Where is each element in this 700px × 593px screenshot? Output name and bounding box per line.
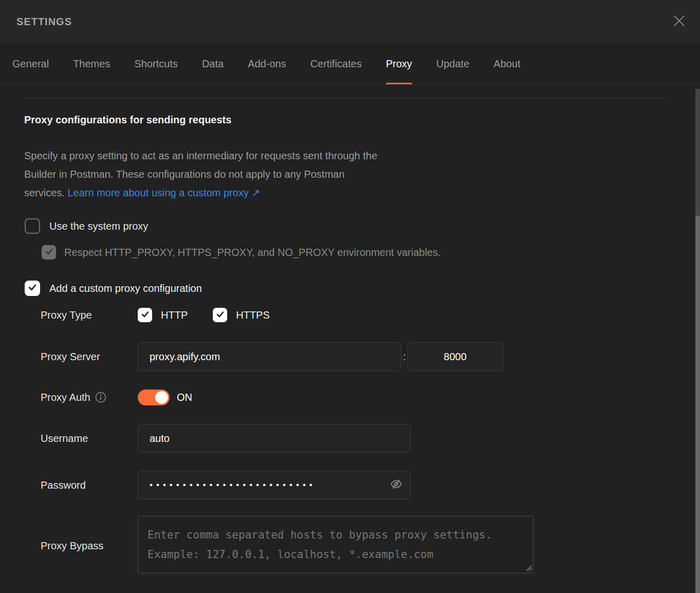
section-description: Specify a proxy setting to act as an int… — [24, 146, 700, 202]
proxy-auth-toggle[interactable] — [138, 390, 170, 405]
proxy-auth-label: Proxy Auth — [41, 392, 90, 403]
resize-handle-icon[interactable] — [525, 564, 532, 573]
respect-env-label: Respect HTTP_PROXY, HTTPS_PROXY, and NO_… — [64, 247, 441, 258]
description-line-3-prefix: services. — [24, 187, 65, 198]
toggle-knob — [155, 391, 168, 404]
tab-proxy[interactable]: Proxy — [386, 43, 412, 84]
description-line-3: services. Learn more about using a custo… — [24, 183, 700, 202]
proxy-server-label: Proxy Server — [24, 351, 138, 363]
http-checkbox[interactable] — [138, 308, 152, 322]
learn-more-link[interactable]: Learn more about using a custom proxy ↗ — [67, 187, 260, 198]
system-proxy-checkbox[interactable] — [25, 218, 40, 234]
checkmark-icon — [141, 310, 150, 321]
settings-tabbar: General Themes Shortcuts Data Add-ons Ce… — [0, 43, 700, 85]
proxy-type-http-option: HTTP — [138, 308, 188, 322]
password-label: Password — [24, 479, 138, 491]
respect-env-checkbox — [42, 245, 56, 260]
http-label: HTTP — [161, 309, 188, 321]
close-icon — [673, 15, 685, 29]
scrollbar-thumb[interactable] — [695, 216, 700, 593]
proxy-bypass-label: Proxy Bypass — [24, 540, 138, 552]
proxy-type-label: Proxy Type — [24, 309, 138, 321]
tab-update[interactable]: Update — [436, 43, 470, 84]
toggle-state-label: ON — [177, 392, 192, 403]
respect-env-row: Respect HTTP_PROXY, HTTPS_PROXY, and NO_… — [42, 245, 700, 260]
tab-about[interactable]: About — [493, 43, 520, 84]
proxy-type-row: Proxy Type HTTP HTTPS — [24, 307, 700, 323]
close-button[interactable] — [672, 15, 686, 28]
proxy-bypass-field-wrap — [138, 516, 533, 576]
password-input[interactable] — [138, 471, 411, 499]
content-divider — [24, 98, 666, 98]
proxy-type-https-option: HTTPS — [213, 308, 270, 322]
toggle-password-visibility-button[interactable] — [389, 478, 403, 492]
system-proxy-row: Use the system proxy — [25, 218, 700, 234]
tab-themes[interactable]: Themes — [73, 43, 110, 84]
proxy-server-row: Proxy Server : — [24, 342, 700, 371]
scrollbar-track[interactable] — [695, 89, 700, 216]
host-port-separator: : — [403, 351, 406, 363]
proxy-bypass-row: Proxy Bypass — [24, 516, 700, 576]
https-label: HTTPS — [236, 309, 270, 321]
dialog-header: SETTINGS — [0, 0, 700, 43]
custom-proxy-row: Add a custom proxy configuration — [25, 281, 700, 296]
tab-general[interactable]: General — [12, 43, 49, 84]
proxy-auth-row: Proxy Auth ON — [24, 389, 700, 405]
username-row: Username — [24, 424, 700, 453]
description-line-1: Specify a proxy setting to act as an int… — [24, 146, 700, 165]
description-line-2: Builder in Postman. These configurations… — [24, 165, 700, 183]
section-heading: Proxy configurations for sending request… — [24, 114, 700, 126]
proxy-auth-label-wrap: Proxy Auth — [24, 392, 138, 403]
checkmark-icon — [216, 310, 225, 321]
proxy-port-input[interactable] — [408, 342, 503, 371]
checkmark-icon — [28, 283, 37, 294]
info-icon[interactable] — [95, 392, 106, 403]
username-input[interactable] — [138, 424, 411, 453]
https-checkbox[interactable] — [213, 308, 227, 322]
custom-proxy-label: Add a custom proxy configuration — [49, 283, 202, 294]
system-proxy-label: Use the system proxy — [49, 220, 148, 232]
dialog-title: SETTINGS — [16, 16, 72, 28]
tab-certificates[interactable]: Certificates — [310, 43, 362, 84]
custom-proxy-checkbox[interactable] — [25, 281, 40, 296]
eye-off-icon — [389, 477, 403, 493]
tab-data[interactable]: Data — [202, 43, 224, 84]
proxy-settings-panel: Proxy configurations for sending request… — [0, 98, 700, 576]
tab-shortcuts[interactable]: Shortcuts — [134, 43, 177, 84]
username-label: Username — [24, 433, 138, 444]
password-row: Password — [24, 471, 700, 499]
password-field-wrap — [138, 471, 411, 499]
proxy-host-input[interactable] — [138, 342, 401, 371]
tab-add-ons[interactable]: Add-ons — [248, 43, 286, 84]
proxy-bypass-textarea[interactable] — [138, 516, 533, 573]
checkmark-icon — [45, 247, 53, 258]
